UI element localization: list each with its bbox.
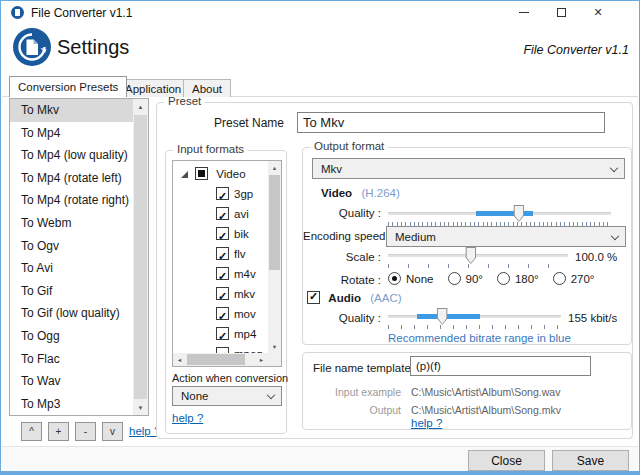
tab-about[interactable]: About xyxy=(183,79,231,97)
preset-list-scrollbar[interactable]: ▲ ▼ xyxy=(133,99,148,415)
close-icon: ✕ xyxy=(593,7,602,18)
video-codec-label: (H.264) xyxy=(361,187,399,199)
tree-item[interactable]: mkv xyxy=(173,284,268,304)
tree-item[interactable]: flv xyxy=(173,244,268,264)
audio-quality-value: 155 kbit/s xyxy=(568,312,617,324)
scroll-down-icon[interactable]: ▼ xyxy=(133,400,148,415)
tree-item[interactable]: 3gp xyxy=(173,184,268,204)
scale-value: 100.0 % xyxy=(575,251,617,263)
scale-slider[interactable] xyxy=(388,246,568,264)
preset-list-item[interactable]: To Mp3 xyxy=(10,393,133,415)
preset-list-item[interactable]: To Gif xyxy=(10,280,133,303)
preset-list-item[interactable]: To Mp4 (rotate left) xyxy=(10,167,133,190)
output-example-value: C:\Music\Artist\Album\Song.mkv xyxy=(411,404,561,416)
preset-name-input[interactable] xyxy=(297,112,605,133)
scroll-left-icon[interactable]: ◄ xyxy=(173,353,186,366)
preset-list-item[interactable]: To Gif (low quality) xyxy=(10,302,133,325)
scrollbar-thumb[interactable] xyxy=(187,354,245,365)
close-window-button[interactable]: ✕ xyxy=(583,1,613,23)
tree-item-video[interactable]: Video xyxy=(173,164,268,184)
checkbox-partial-icon[interactable] xyxy=(195,167,208,180)
scroll-up-icon[interactable]: ▲ xyxy=(268,161,281,174)
input-formats-help-link[interactable]: help ? xyxy=(172,412,203,424)
page-title: Settings xyxy=(57,36,129,59)
preset-list: To Mkv To Mp4 To Mp4 (low quality) To Mp… xyxy=(9,98,149,416)
file-name-template-help-link[interactable]: help ? xyxy=(411,417,442,429)
preset-list-item[interactable]: To Mp4 xyxy=(10,122,133,145)
action-select[interactable]: None xyxy=(172,386,282,406)
audio-quality-slider[interactable] xyxy=(388,307,561,325)
audio-section-header: Audio (AAC) xyxy=(307,291,402,305)
maximize-icon xyxy=(557,8,566,17)
tree-item[interactable]: bik xyxy=(173,224,268,244)
input-formats-group: Input formats Video 3gp avi bik flv m4v … xyxy=(165,150,287,434)
tree-item[interactable]: mpeg xyxy=(173,344,268,353)
slider-thumb[interactable] xyxy=(513,205,524,222)
tab-conversion-presets[interactable]: Conversion Presets xyxy=(9,76,127,97)
close-button[interactable]: Close xyxy=(468,450,545,471)
checkbox-checked-icon[interactable] xyxy=(216,247,229,260)
tree-item[interactable]: avi xyxy=(173,204,268,224)
title-bar: File Converter v1.1 ✕ xyxy=(1,1,639,24)
bitrate-note: Recommended bitrate range in blue xyxy=(388,332,571,344)
preset-list-item[interactable]: To Wav xyxy=(10,370,133,393)
checkbox-checked-icon[interactable] xyxy=(216,327,229,340)
tree-vertical-scrollbar[interactable]: ▲ ▼ xyxy=(268,161,281,353)
rotate-90-radio[interactable] xyxy=(448,272,461,285)
rotate-180-radio[interactable] xyxy=(497,272,510,285)
app-window: File Converter v1.1 ✕ Settings File Conv… xyxy=(0,0,640,475)
preset-group: Preset Preset Name Input formats Video 3… xyxy=(156,102,633,439)
tree-horizontal-scrollbar[interactable]: ◄ ► xyxy=(173,353,268,366)
checkbox-checked-icon[interactable] xyxy=(216,207,229,220)
checkbox-checked-icon[interactable] xyxy=(216,187,229,200)
rotate-radio-group: None 90° 180° 270° xyxy=(388,272,594,285)
tree-item[interactable]: m4v xyxy=(173,264,268,284)
chevron-down-icon xyxy=(610,163,618,171)
output-container-select[interactable]: Mkv xyxy=(312,158,625,179)
scroll-up-icon[interactable]: ▲ xyxy=(133,99,148,114)
preset-list-item[interactable]: To Flac xyxy=(10,348,133,371)
scroll-down-icon[interactable]: ▼ xyxy=(268,340,281,353)
remove-preset-button[interactable]: - xyxy=(75,422,96,441)
preset-list-item[interactable]: To Mp4 (low quality) xyxy=(10,144,133,167)
file-name-template-input[interactable] xyxy=(410,356,591,376)
scrollbar-thumb[interactable] xyxy=(269,175,280,270)
maximize-button[interactable] xyxy=(546,1,576,23)
preset-list-item-selected[interactable]: To Mkv xyxy=(10,99,133,122)
rotate-label: Rotate : xyxy=(303,274,381,286)
checkbox-checked-icon[interactable] xyxy=(216,307,229,320)
checkbox-checked-icon[interactable] xyxy=(216,227,229,240)
scrollbar-corner xyxy=(268,353,281,366)
preset-list-item[interactable]: To Mp4 (rotate right) xyxy=(10,189,133,212)
output-format-group: Output format Mkv Video (H.264) Quality … xyxy=(302,147,632,345)
encoding-speed-select[interactable]: Medium xyxy=(386,226,626,247)
preset-list-item[interactable]: To Ogv xyxy=(10,235,133,258)
preset-list-item[interactable]: To Ogg xyxy=(10,325,133,348)
rotate-none-radio[interactable] xyxy=(388,272,401,285)
move-preset-down-button[interactable]: v xyxy=(102,422,123,441)
slider-thumb[interactable] xyxy=(465,247,476,264)
input-formats-tree: Video 3gp avi bik flv m4v mkv mov mp4 mp… xyxy=(172,160,282,367)
move-preset-up-button[interactable]: ^ xyxy=(21,422,42,441)
rotate-270-radio[interactable] xyxy=(553,272,566,285)
save-button[interactable]: Save xyxy=(552,450,629,471)
video-quality-slider[interactable] xyxy=(388,204,611,222)
encoding-speed-label: Encoding speed : xyxy=(303,230,381,242)
minimize-button[interactable] xyxy=(509,1,539,23)
add-preset-button[interactable]: + xyxy=(48,422,69,441)
scroll-right-icon[interactable]: ► xyxy=(255,353,268,366)
tree-expander-icon[interactable] xyxy=(181,171,188,178)
checkbox-checked-icon[interactable] xyxy=(216,287,229,300)
preset-list-item[interactable]: To Webm xyxy=(10,212,133,235)
tree-item[interactable]: mov xyxy=(173,304,268,324)
chevron-down-icon xyxy=(267,391,275,399)
scrollbar-thumb[interactable] xyxy=(134,115,147,399)
slider-recommended-range xyxy=(417,314,479,319)
checkbox-checked-icon[interactable] xyxy=(216,267,229,280)
slider-thumb[interactable] xyxy=(437,308,448,325)
tree-item[interactable]: mp4 xyxy=(173,324,268,344)
file-name-template-label: File name template xyxy=(313,362,411,374)
output-format-group-label: Output format xyxy=(310,140,388,152)
preset-list-item[interactable]: To Avi xyxy=(10,257,133,280)
audio-enabled-checkbox[interactable] xyxy=(307,291,320,304)
